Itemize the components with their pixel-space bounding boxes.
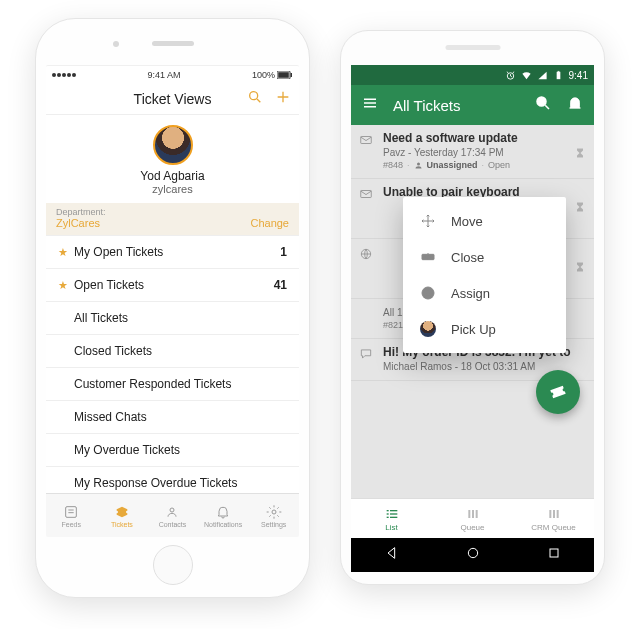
svg-point-3	[250, 91, 258, 99]
svg-rect-37	[468, 510, 470, 518]
department-label: Department:	[56, 207, 106, 217]
tab-queue[interactable]: Queue	[432, 499, 513, 538]
change-department-button[interactable]: Change	[250, 217, 289, 229]
svg-point-10	[170, 508, 174, 512]
compose-fab[interactable]	[536, 370, 580, 414]
tab-label: Settings	[261, 521, 286, 528]
tab-label: Tickets	[111, 521, 133, 528]
search-icon[interactable]	[534, 94, 552, 116]
tab-contacts[interactable]: Contacts	[147, 494, 198, 537]
view-label: My Response Overdue Tickets	[74, 476, 237, 490]
android-appbar: All Tickets	[351, 85, 594, 125]
recents-icon[interactable]	[546, 545, 562, 565]
ticket-list[interactable]: Need a software update Pavz - Yesterday …	[351, 125, 594, 498]
avatar	[153, 125, 193, 165]
tab-list[interactable]: List	[351, 499, 432, 538]
speaker-slot	[445, 45, 500, 50]
profile-org: zylcares	[46, 183, 299, 195]
search-icon[interactable]	[247, 89, 263, 109]
battery-percent: 100%	[252, 70, 275, 80]
clock: 9:41 AM	[147, 70, 180, 80]
svg-point-27	[430, 256, 432, 258]
view-row[interactable]: All Tickets	[46, 302, 299, 335]
svg-rect-1	[278, 72, 289, 78]
camera-dot	[113, 41, 119, 47]
view-label: All Tickets	[74, 311, 128, 325]
bell-icon[interactable]	[566, 94, 584, 116]
view-label: Open Tickets	[74, 278, 144, 292]
menu-item-pickup[interactable]: Pick Up	[403, 311, 566, 347]
tab-feeds[interactable]: Feeds	[46, 494, 97, 537]
svg-rect-38	[472, 510, 474, 518]
tab-settings[interactable]: Settings	[248, 494, 299, 537]
android-bottom-tabs: List Queue CRM Queue	[351, 498, 594, 538]
menu-icon[interactable]	[361, 94, 379, 116]
appbar-title: All Tickets	[393, 97, 520, 114]
clock: 9:41	[569, 70, 588, 81]
home-button[interactable]	[153, 545, 193, 585]
svg-rect-39	[475, 510, 477, 518]
back-icon[interactable]	[384, 545, 400, 565]
department-bar: Department: ZylCares Change	[46, 203, 299, 236]
android-screen: 9:41 All Tickets Need a software update …	[351, 65, 594, 572]
list-icon	[384, 506, 400, 522]
menu-item-move[interactable]: Move	[403, 203, 566, 239]
assign-icon	[419, 285, 437, 301]
view-label: Missed Chats	[74, 410, 147, 424]
view-row[interactable]: ★My Open Tickets 1	[46, 236, 299, 269]
view-row[interactable]: ★Open Tickets 41	[46, 269, 299, 302]
contacts-icon	[164, 504, 180, 520]
svg-rect-13	[556, 71, 560, 78]
tickets-icon	[114, 504, 130, 520]
profile-name: Yod Agbaria	[46, 169, 299, 183]
menu-item-assign[interactable]: Assign	[403, 275, 566, 311]
views-list[interactable]: ★My Open Tickets 1 ★Open Tickets 41 All …	[46, 236, 299, 493]
ios-status-bar: 9:41 AM 100%	[46, 66, 299, 83]
move-icon	[419, 213, 437, 229]
iphone-frame: 9:41 AM 100% Ticket Views Yod Agbaria zy…	[35, 18, 310, 598]
view-row[interactable]: Closed Tickets	[46, 335, 299, 368]
svg-rect-7	[66, 506, 77, 517]
view-row[interactable]: Customer Responded Tickets	[46, 368, 299, 401]
svg-point-26	[424, 256, 426, 258]
svg-rect-2	[291, 73, 293, 77]
svg-rect-36	[390, 516, 397, 517]
gear-icon	[266, 504, 282, 520]
profile-block[interactable]: Yod Agbaria zylcares	[46, 115, 299, 203]
speaker-slot	[152, 41, 194, 46]
tab-label: Queue	[460, 523, 484, 532]
menu-item-label: Move	[451, 214, 483, 229]
svg-line-4	[257, 99, 260, 102]
feeds-icon	[63, 504, 79, 520]
svg-point-43	[468, 548, 477, 557]
home-icon[interactable]	[465, 545, 481, 565]
menu-item-label: Close	[451, 250, 484, 265]
ios-screen: 9:41 AM 100% Ticket Views Yod Agbaria zy…	[46, 65, 299, 537]
android-frame: 9:41 All Tickets Need a software update …	[340, 30, 605, 585]
tab-label: List	[385, 523, 397, 532]
android-nav-bar	[351, 538, 594, 572]
tab-crm-queue[interactable]: CRM Queue	[513, 499, 594, 538]
view-row[interactable]: Missed Chats	[46, 401, 299, 434]
view-count: 1	[280, 245, 287, 259]
menu-item-close[interactable]: Close	[403, 239, 566, 275]
battery-icon	[553, 70, 564, 81]
svg-point-11	[272, 510, 276, 514]
tab-tickets[interactable]: Tickets	[97, 494, 148, 537]
svg-rect-44	[550, 549, 558, 557]
svg-rect-35	[386, 516, 388, 517]
add-icon[interactable]	[275, 89, 291, 109]
menu-item-label: Assign	[451, 286, 490, 301]
star-icon: ★	[58, 246, 68, 259]
svg-rect-42	[556, 510, 558, 518]
tab-notifications[interactable]: Notifications	[198, 494, 249, 537]
ticket-plus-icon	[548, 382, 568, 402]
svg-line-19	[545, 105, 549, 109]
view-row[interactable]: My Response Overdue Tickets	[46, 467, 299, 493]
view-row[interactable]: My Overdue Tickets	[46, 434, 299, 467]
queue-icon	[465, 506, 481, 522]
ios-navbar: Ticket Views	[46, 83, 299, 115]
ticket-action-menu: Move Close Assign Pick Up	[403, 197, 566, 353]
view-label: Customer Responded Tickets	[74, 377, 231, 391]
view-label: My Overdue Tickets	[74, 443, 180, 457]
